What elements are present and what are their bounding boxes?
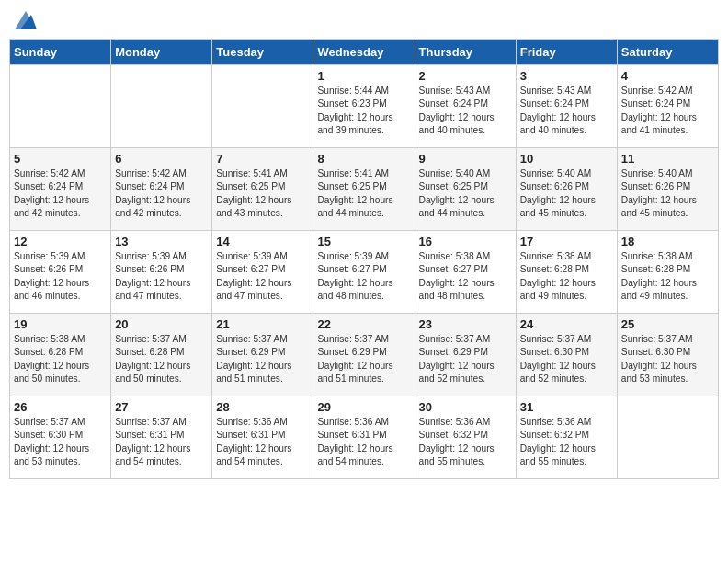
calendar-cell: 16Sunrise: 5:38 AM Sunset: 6:27 PM Dayli… — [415, 231, 516, 314]
calendar-cell: 26Sunrise: 5:37 AM Sunset: 6:30 PM Dayli… — [10, 396, 111, 479]
calendar-week-3: 12Sunrise: 5:39 AM Sunset: 6:26 PM Dayli… — [10, 231, 719, 314]
day-number: 21 — [216, 317, 309, 331]
day-info: Sunrise: 5:39 AM Sunset: 6:27 PM Dayligh… — [216, 250, 309, 303]
day-info: Sunrise: 5:37 AM Sunset: 6:29 PM Dayligh… — [216, 333, 309, 385]
day-number: 1 — [317, 69, 410, 83]
weekday-header-row: SundayMondayTuesdayWednesdayThursdayFrid… — [10, 40, 719, 65]
calendar-cell: 21Sunrise: 5:37 AM Sunset: 6:29 PM Dayli… — [212, 314, 313, 396]
calendar-cell: 5Sunrise: 5:42 AM Sunset: 6:24 PM Daylig… — [10, 148, 111, 231]
day-number: 12 — [14, 235, 107, 248]
day-number: 27 — [115, 400, 208, 414]
day-number: 18 — [621, 235, 714, 248]
day-info: Sunrise: 5:36 AM Sunset: 6:31 PM Dayligh… — [317, 416, 410, 468]
calendar-cell: 24Sunrise: 5:37 AM Sunset: 6:30 PM Dayli… — [516, 314, 617, 396]
calendar-cell: 15Sunrise: 5:39 AM Sunset: 6:27 PM Dayli… — [313, 231, 415, 314]
calendar-week-5: 26Sunrise: 5:37 AM Sunset: 6:30 PM Dayli… — [10, 396, 719, 479]
day-number: 17 — [520, 235, 613, 248]
calendar-body: 1Sunrise: 5:44 AM Sunset: 6:23 PM Daylig… — [10, 65, 719, 479]
calendar-week-2: 5Sunrise: 5:42 AM Sunset: 6:24 PM Daylig… — [10, 148, 719, 231]
day-info: Sunrise: 5:44 AM Sunset: 6:23 PM Dayligh… — [317, 85, 410, 137]
calendar-cell — [212, 65, 313, 148]
calendar-cell: 10Sunrise: 5:40 AM Sunset: 6:26 PM Dayli… — [516, 148, 617, 231]
day-number: 9 — [419, 152, 512, 166]
calendar-cell: 3Sunrise: 5:43 AM Sunset: 6:24 PM Daylig… — [516, 65, 617, 148]
calendar-cell: 9Sunrise: 5:40 AM Sunset: 6:25 PM Daylig… — [415, 148, 516, 231]
day-number: 11 — [621, 152, 714, 166]
calendar-cell — [111, 65, 212, 148]
day-number: 13 — [115, 235, 208, 248]
weekday-header-friday: Friday — [516, 40, 617, 65]
day-number: 22 — [317, 317, 410, 331]
calendar-cell: 23Sunrise: 5:37 AM Sunset: 6:29 PM Dayli… — [415, 314, 516, 396]
day-info: Sunrise: 5:38 AM Sunset: 6:28 PM Dayligh… — [621, 250, 714, 303]
day-info: Sunrise: 5:43 AM Sunset: 6:24 PM Dayligh… — [520, 85, 613, 137]
day-info: Sunrise: 5:37 AM Sunset: 6:30 PM Dayligh… — [621, 333, 714, 385]
day-number: 24 — [520, 317, 613, 331]
calendar-cell: 7Sunrise: 5:41 AM Sunset: 6:25 PM Daylig… — [212, 148, 313, 231]
day-info: Sunrise: 5:40 AM Sunset: 6:26 PM Dayligh… — [520, 167, 613, 220]
day-number: 28 — [216, 400, 309, 414]
calendar-cell: 14Sunrise: 5:39 AM Sunset: 6:27 PM Dayli… — [212, 231, 313, 314]
logo-icon — [15, 9, 37, 31]
calendar-week-4: 19Sunrise: 5:38 AM Sunset: 6:28 PM Dayli… — [10, 314, 719, 396]
day-number: 6 — [115, 152, 208, 166]
calendar-cell: 25Sunrise: 5:37 AM Sunset: 6:30 PM Dayli… — [617, 314, 718, 396]
weekday-header-monday: Monday — [111, 40, 212, 65]
day-info: Sunrise: 5:39 AM Sunset: 6:27 PM Dayligh… — [317, 250, 410, 303]
weekday-header-saturday: Saturday — [617, 40, 718, 65]
day-info: Sunrise: 5:39 AM Sunset: 6:26 PM Dayligh… — [14, 250, 107, 303]
day-info: Sunrise: 5:36 AM Sunset: 6:32 PM Dayligh… — [520, 416, 613, 468]
day-number: 4 — [621, 69, 714, 83]
day-info: Sunrise: 5:41 AM Sunset: 6:25 PM Dayligh… — [317, 167, 410, 220]
calendar-cell: 12Sunrise: 5:39 AM Sunset: 6:26 PM Dayli… — [10, 231, 111, 314]
day-number: 15 — [317, 235, 410, 248]
day-info: Sunrise: 5:42 AM Sunset: 6:24 PM Dayligh… — [14, 167, 107, 220]
weekday-header-tuesday: Tuesday — [212, 40, 313, 65]
weekday-header-sunday: Sunday — [10, 40, 111, 65]
day-info: Sunrise: 5:37 AM Sunset: 6:30 PM Dayligh… — [14, 416, 107, 468]
calendar-cell: 13Sunrise: 5:39 AM Sunset: 6:26 PM Dayli… — [111, 231, 212, 314]
calendar-cell: 8Sunrise: 5:41 AM Sunset: 6:25 PM Daylig… — [313, 148, 415, 231]
day-number: 8 — [317, 152, 410, 166]
day-info: Sunrise: 5:38 AM Sunset: 6:28 PM Dayligh… — [14, 333, 107, 385]
page-header — [9, 9, 719, 31]
calendar-cell: 28Sunrise: 5:36 AM Sunset: 6:31 PM Dayli… — [212, 396, 313, 479]
calendar-cell: 19Sunrise: 5:38 AM Sunset: 6:28 PM Dayli… — [10, 314, 111, 396]
day-info: Sunrise: 5:42 AM Sunset: 6:24 PM Dayligh… — [621, 85, 714, 137]
day-info: Sunrise: 5:43 AM Sunset: 6:24 PM Dayligh… — [419, 85, 512, 137]
calendar-cell: 22Sunrise: 5:37 AM Sunset: 6:29 PM Dayli… — [313, 314, 415, 396]
day-number: 29 — [317, 400, 410, 414]
day-info: Sunrise: 5:37 AM Sunset: 6:29 PM Dayligh… — [419, 333, 512, 385]
calendar-cell: 4Sunrise: 5:42 AM Sunset: 6:24 PM Daylig… — [617, 65, 718, 148]
calendar-cell: 17Sunrise: 5:38 AM Sunset: 6:28 PM Dayli… — [516, 231, 617, 314]
day-info: Sunrise: 5:39 AM Sunset: 6:26 PM Dayligh… — [115, 250, 208, 303]
day-info: Sunrise: 5:42 AM Sunset: 6:24 PM Dayligh… — [115, 167, 208, 220]
day-info: Sunrise: 5:38 AM Sunset: 6:28 PM Dayligh… — [520, 250, 613, 303]
calendar-cell: 18Sunrise: 5:38 AM Sunset: 6:28 PM Dayli… — [617, 231, 718, 314]
calendar-cell: 11Sunrise: 5:40 AM Sunset: 6:26 PM Dayli… — [617, 148, 718, 231]
day-info: Sunrise: 5:36 AM Sunset: 6:32 PM Dayligh… — [419, 416, 512, 468]
day-info: Sunrise: 5:38 AM Sunset: 6:27 PM Dayligh… — [419, 250, 512, 303]
day-number: 2 — [419, 69, 512, 83]
day-number: 26 — [14, 400, 107, 414]
day-info: Sunrise: 5:36 AM Sunset: 6:31 PM Dayligh… — [216, 416, 309, 468]
day-info: Sunrise: 5:41 AM Sunset: 6:25 PM Dayligh… — [216, 167, 309, 220]
calendar-cell — [10, 65, 111, 148]
day-number: 19 — [14, 317, 107, 331]
day-number: 5 — [14, 152, 107, 166]
calendar-cell: 20Sunrise: 5:37 AM Sunset: 6:28 PM Dayli… — [111, 314, 212, 396]
day-number: 16 — [419, 235, 512, 248]
calendar-cell: 1Sunrise: 5:44 AM Sunset: 6:23 PM Daylig… — [313, 65, 415, 148]
day-info: Sunrise: 5:37 AM Sunset: 6:29 PM Dayligh… — [317, 333, 410, 385]
day-number: 30 — [419, 400, 512, 414]
calendar-cell: 27Sunrise: 5:37 AM Sunset: 6:31 PM Dayli… — [111, 396, 212, 479]
day-info: Sunrise: 5:37 AM Sunset: 6:30 PM Dayligh… — [520, 333, 613, 385]
day-number: 20 — [115, 317, 208, 331]
day-number: 25 — [621, 317, 714, 331]
day-info: Sunrise: 5:37 AM Sunset: 6:31 PM Dayligh… — [115, 416, 208, 468]
day-info: Sunrise: 5:40 AM Sunset: 6:25 PM Dayligh… — [419, 167, 512, 220]
calendar-cell: 30Sunrise: 5:36 AM Sunset: 6:32 PM Dayli… — [415, 396, 516, 479]
logo — [13, 9, 37, 31]
calendar-week-1: 1Sunrise: 5:44 AM Sunset: 6:23 PM Daylig… — [10, 65, 719, 148]
calendar-cell — [617, 396, 718, 479]
